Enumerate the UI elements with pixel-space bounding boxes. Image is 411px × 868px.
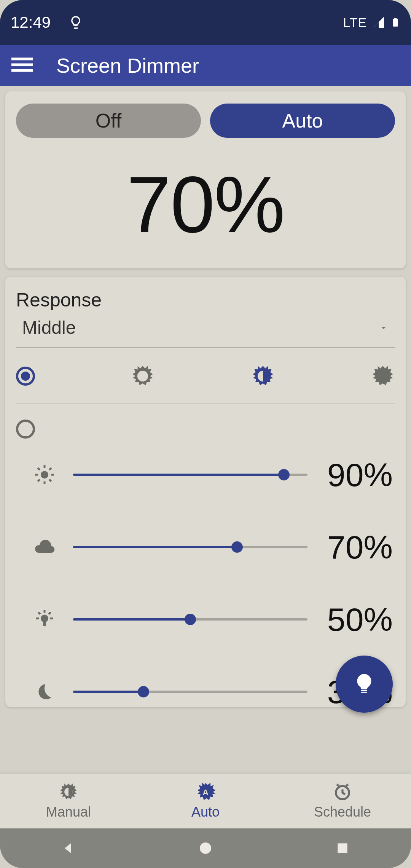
svg-rect-4 — [11, 69, 33, 72]
battery-icon — [390, 15, 400, 30]
mode-card: Off Auto 70% — [5, 91, 406, 268]
sys-back-button[interactable] — [59, 839, 78, 857]
brightness-high-icon[interactable] — [371, 364, 395, 388]
response-card: Response Middle — [5, 277, 406, 707]
svg-line-22 — [38, 612, 40, 614]
response-label: Response — [16, 289, 395, 311]
nav-auto-label: Auto — [191, 804, 220, 820]
slider-cloud-value: 70% — [307, 528, 395, 566]
system-nav-bar — [0, 828, 411, 868]
slider-row-cloud: 70% — [16, 511, 395, 583]
nav-schedule-label: Schedule — [314, 804, 371, 820]
svg-line-15 — [38, 480, 40, 482]
cloud-icon — [16, 536, 73, 558]
mode-off-button[interactable]: Off — [16, 104, 201, 138]
app-title: Screen Dimmer — [56, 54, 199, 77]
mode-auto-button[interactable]: Auto — [210, 104, 395, 138]
svg-line-14 — [49, 480, 51, 482]
app-bar: Screen Dimmer — [0, 45, 411, 86]
bottom-nav: Manual A Auto Schedule — [0, 774, 411, 828]
signal-icon — [371, 16, 385, 29]
bulb-status-icon — [68, 15, 83, 30]
svg-rect-2 — [11, 57, 33, 60]
brightness-low-icon[interactable] — [131, 364, 155, 388]
sys-home-button[interactable] — [196, 839, 215, 857]
network-label: LTE — [343, 15, 367, 30]
status-time: 12:49 — [11, 13, 51, 32]
nav-schedule[interactable]: Schedule — [274, 774, 411, 828]
svg-point-17 — [41, 615, 48, 622]
svg-rect-3 — [11, 64, 33, 66]
sys-recent-button[interactable] — [333, 839, 352, 857]
svg-text:A: A — [202, 788, 209, 797]
current-brightness-value: 70% — [16, 161, 395, 249]
nav-manual[interactable]: Manual — [0, 774, 137, 828]
slider-lamp-value: 50% — [307, 601, 395, 638]
slider-sunny[interactable] — [73, 467, 307, 482]
slider-cloud[interactable] — [73, 539, 307, 555]
moon-icon — [16, 680, 73, 703]
svg-rect-0 — [393, 19, 398, 27]
svg-line-16 — [49, 468, 51, 470]
svg-rect-18 — [43, 621, 46, 626]
slider-lamp[interactable] — [73, 612, 307, 627]
slider-night[interactable] — [73, 684, 307, 699]
fab-bulb-button[interactable] — [336, 656, 393, 713]
svg-rect-1 — [394, 18, 397, 19]
svg-line-13 — [38, 468, 40, 470]
svg-point-7 — [378, 371, 388, 381]
slider-row-sunny: 90% — [16, 439, 395, 511]
svg-rect-24 — [361, 690, 367, 691]
svg-point-8 — [41, 471, 48, 479]
response-dropdown[interactable]: Middle — [16, 313, 395, 348]
nav-auto[interactable]: A Auto — [137, 774, 274, 828]
svg-point-5 — [137, 371, 148, 381]
svg-rect-29 — [338, 843, 347, 853]
preset-icon-row — [16, 348, 395, 404]
chevron-down-icon — [378, 322, 389, 333]
custom-radio[interactable] — [16, 420, 35, 439]
preset-radio-selected[interactable] — [16, 367, 35, 386]
lamp-icon — [16, 608, 73, 631]
svg-line-23 — [49, 612, 51, 614]
slider-sunny-value: 90% — [307, 456, 395, 494]
response-value: Middle — [22, 317, 378, 338]
sun-icon — [16, 463, 73, 486]
slider-row-lamp: 50% — [16, 583, 395, 656]
brightness-medium-icon[interactable] — [251, 364, 275, 388]
status-bar: 12:49 LTE — [0, 0, 411, 45]
svg-point-28 — [200, 842, 211, 854]
nav-manual-label: Manual — [46, 804, 91, 820]
menu-icon[interactable] — [11, 54, 33, 77]
